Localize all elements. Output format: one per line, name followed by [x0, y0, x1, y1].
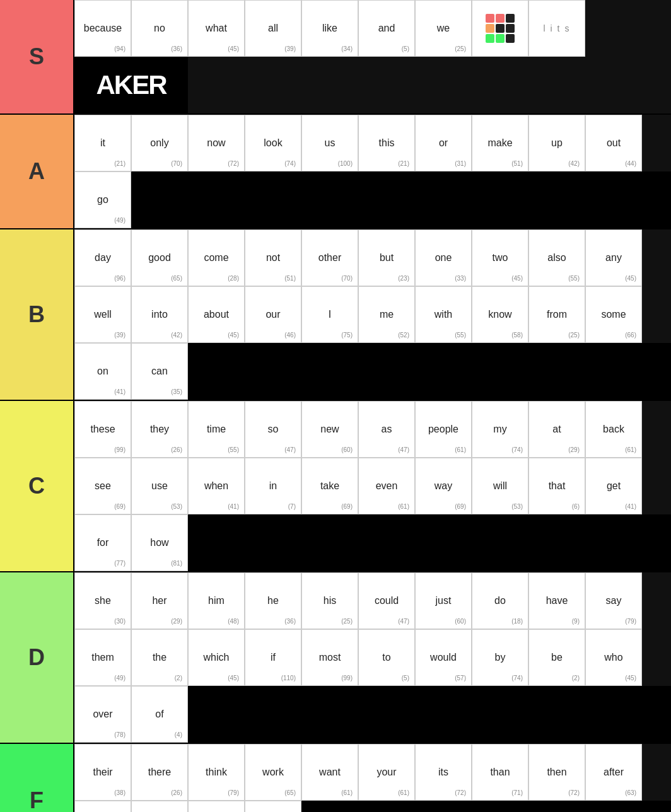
- word-up[interactable]: up (42): [528, 115, 585, 171]
- word-some[interactable]: some (66): [585, 286, 642, 343]
- word-one[interactable]: one (33): [415, 229, 472, 286]
- word-than[interactable]: than (71): [472, 744, 528, 801]
- lits-cell: l i t s: [528, 0, 585, 57]
- word-any[interactable]: any (45): [585, 229, 642, 286]
- word-the[interactable]: the (2): [131, 629, 188, 686]
- word-an[interactable]: an (32): [131, 801, 188, 812]
- word-will[interactable]: will (53): [472, 458, 528, 514]
- word-on[interactable]: on (41): [74, 343, 131, 400]
- word-look[interactable]: look (74): [245, 115, 301, 171]
- word-my[interactable]: my (74): [472, 401, 528, 458]
- word-use[interactable]: use (53): [131, 458, 188, 514]
- word-what[interactable]: what (45): [188, 0, 245, 57]
- word-if[interactable]: if (110): [245, 629, 301, 686]
- word-by[interactable]: by (74): [472, 629, 528, 686]
- word-now[interactable]: now (72): [188, 115, 245, 171]
- word-see[interactable]: see (69): [74, 458, 131, 514]
- word-so[interactable]: so (47): [245, 401, 301, 458]
- word-or[interactable]: or (31): [415, 115, 472, 171]
- word-time[interactable]: time (55): [188, 401, 245, 458]
- word-come[interactable]: come (28): [188, 229, 245, 286]
- word-go[interactable]: go (49): [74, 171, 131, 228]
- word-do[interactable]: do (18): [472, 572, 528, 629]
- word-at[interactable]: at (29): [528, 401, 585, 458]
- word-take[interactable]: take (69): [301, 458, 358, 514]
- word-get[interactable]: get (41): [585, 458, 642, 514]
- word-year[interactable]: year (65): [188, 801, 245, 812]
- word-have[interactable]: have (9): [528, 572, 585, 629]
- word-people[interactable]: people (61): [415, 401, 472, 458]
- word-be[interactable]: be (2): [528, 629, 585, 686]
- word-as[interactable]: as (47): [358, 401, 415, 458]
- word-for[interactable]: for (77): [74, 514, 131, 571]
- word-from[interactable]: from (25): [528, 286, 585, 343]
- word-who[interactable]: who (45): [585, 629, 642, 686]
- word-back[interactable]: back (61): [585, 401, 642, 458]
- word-think[interactable]: think (79): [188, 744, 245, 801]
- word-most[interactable]: most (99): [301, 629, 358, 686]
- word-make[interactable]: make (51): [472, 115, 528, 171]
- word-we[interactable]: we (25): [415, 0, 472, 57]
- word-when[interactable]: when (41): [188, 458, 245, 514]
- word-to[interactable]: to (5): [358, 629, 415, 686]
- word-him[interactable]: him (48): [188, 572, 245, 629]
- word-say[interactable]: say (79): [585, 572, 642, 629]
- word-our[interactable]: our (46): [245, 286, 301, 343]
- word-after[interactable]: after (63): [585, 744, 642, 801]
- word-it[interactable]: it (21): [74, 115, 131, 171]
- word-good[interactable]: good (65): [131, 229, 188, 286]
- word-his[interactable]: his (25): [301, 572, 358, 629]
- word-in[interactable]: in (7): [245, 458, 301, 514]
- word-can[interactable]: can (35): [131, 343, 188, 400]
- word-even[interactable]: even (61): [358, 458, 415, 514]
- word-us[interactable]: us (100): [301, 115, 358, 171]
- word-just[interactable]: just (60): [415, 572, 472, 629]
- word-and[interactable]: and (5): [358, 0, 415, 57]
- word-of[interactable]: of (4): [131, 686, 188, 743]
- word-about[interactable]: about (45): [188, 286, 245, 343]
- word-over[interactable]: over (78): [74, 686, 131, 743]
- word-me[interactable]: me (52): [358, 286, 415, 343]
- word-want[interactable]: want (61): [301, 744, 358, 801]
- word-their[interactable]: their (38): [74, 744, 131, 801]
- word-he[interactable]: he (36): [245, 572, 301, 629]
- word-could[interactable]: could (47): [358, 572, 415, 629]
- word-that[interactable]: that (6): [528, 458, 585, 514]
- word-these[interactable]: these (99): [74, 401, 131, 458]
- word-know[interactable]: know (58): [472, 286, 528, 343]
- word-your[interactable]: your (61): [358, 744, 415, 801]
- word-I[interactable]: I (75): [301, 286, 358, 343]
- word-they[interactable]: they (26): [131, 401, 188, 458]
- word-new[interactable]: new (60): [301, 401, 358, 458]
- word-not[interactable]: not (51): [245, 229, 301, 286]
- word-like[interactable]: like (34): [301, 0, 358, 57]
- word-work[interactable]: work (65): [245, 744, 301, 801]
- word-all[interactable]: all (39): [245, 0, 301, 57]
- word-two[interactable]: two (45): [472, 229, 528, 286]
- word-but[interactable]: but (23): [358, 229, 415, 286]
- word-with[interactable]: with (55): [415, 286, 472, 343]
- word-no[interactable]: no (36): [131, 0, 188, 57]
- word-would[interactable]: would (57): [415, 629, 472, 686]
- word-way[interactable]: way (69): [415, 458, 472, 514]
- word-you[interactable]: you (48): [245, 801, 301, 812]
- word-well[interactable]: well (39): [74, 286, 131, 343]
- word-there[interactable]: there (26): [131, 744, 188, 801]
- word-also[interactable]: also (55): [528, 229, 585, 286]
- word-then[interactable]: then (72): [528, 744, 585, 801]
- word-because[interactable]: because (94): [74, 0, 131, 57]
- tier-content-f: their (38) there (26) think (79) work (6…: [74, 744, 671, 812]
- word-a[interactable]: a (6): [74, 801, 131, 812]
- word-her[interactable]: her (29): [131, 572, 188, 629]
- word-which[interactable]: which (45): [188, 629, 245, 686]
- word-out[interactable]: out (44): [585, 115, 642, 171]
- word-only[interactable]: only (70): [131, 115, 188, 171]
- word-how[interactable]: how (81): [131, 514, 188, 571]
- word-them[interactable]: them (49): [74, 629, 131, 686]
- word-day[interactable]: day (96): [74, 229, 131, 286]
- word-into[interactable]: into (42): [131, 286, 188, 343]
- word-other[interactable]: other (70): [301, 229, 358, 286]
- word-she[interactable]: she (30): [74, 572, 131, 629]
- word-this[interactable]: this (21): [358, 115, 415, 171]
- word-its[interactable]: its (72): [415, 744, 472, 801]
